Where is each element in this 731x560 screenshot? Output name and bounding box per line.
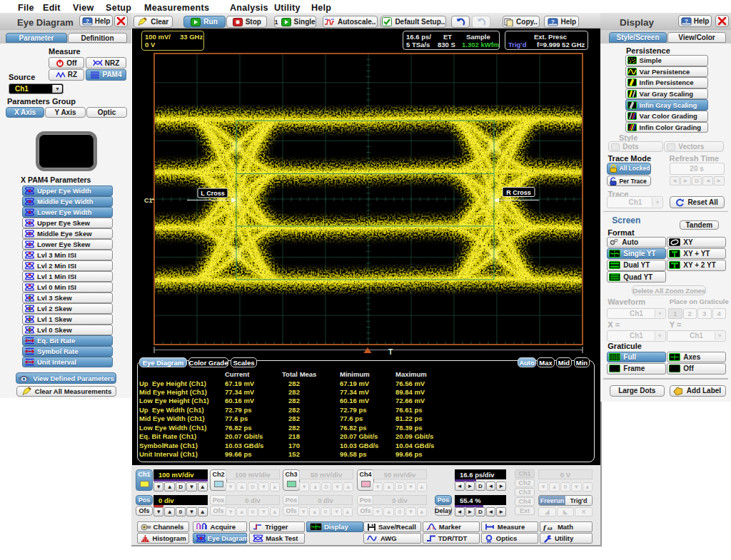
svg-text:f: f [543,523,547,531]
svg-text:T: T [388,348,393,356]
svg-text:R Cross: R Cross [506,189,531,196]
svg-text:L Cross: L Cross [201,190,224,197]
svg-text:?: ? [685,18,688,24]
svg-text:?: ? [551,19,555,25]
svg-text:+: + [151,197,154,202]
svg-text:?: ? [86,18,89,24]
svg-text:ω: ω [548,524,553,531]
